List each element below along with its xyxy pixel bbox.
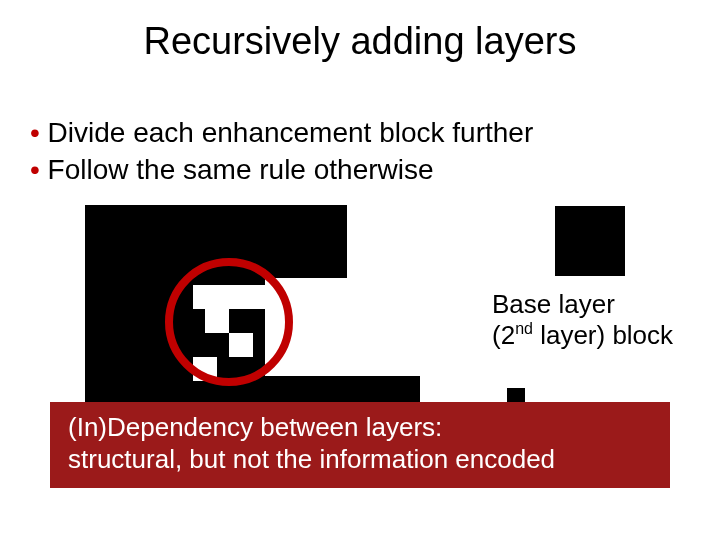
- highlight-circle-icon: [165, 258, 293, 386]
- legend-label-prefix: (2: [492, 320, 515, 350]
- legend-label-line1: Base layer: [492, 290, 673, 320]
- legend-label-suffix: layer) block: [533, 320, 673, 350]
- legend-block: [555, 206, 625, 276]
- slide: Recursively adding layers Divide each en…: [0, 0, 720, 540]
- legend-label: Base layer (2nd layer) block: [492, 290, 673, 350]
- callout-line1: (In)Dependency between layers:: [68, 412, 652, 444]
- legend-label-line2: (2nd layer) block: [492, 320, 673, 351]
- slide-title: Recursively adding layers: [0, 20, 720, 63]
- bullet-item: Follow the same rule otherwise: [32, 152, 692, 187]
- callout-line2: structural, but not the information enco…: [68, 444, 652, 476]
- bullet-list: Divide each enhancement block further Fo…: [32, 115, 692, 189]
- legend-label-sup: nd: [515, 320, 533, 337]
- callout-box: (In)Dependency between layers: structura…: [50, 402, 670, 488]
- white-block: [347, 205, 420, 278]
- bullet-item: Divide each enhancement block further: [32, 115, 692, 150]
